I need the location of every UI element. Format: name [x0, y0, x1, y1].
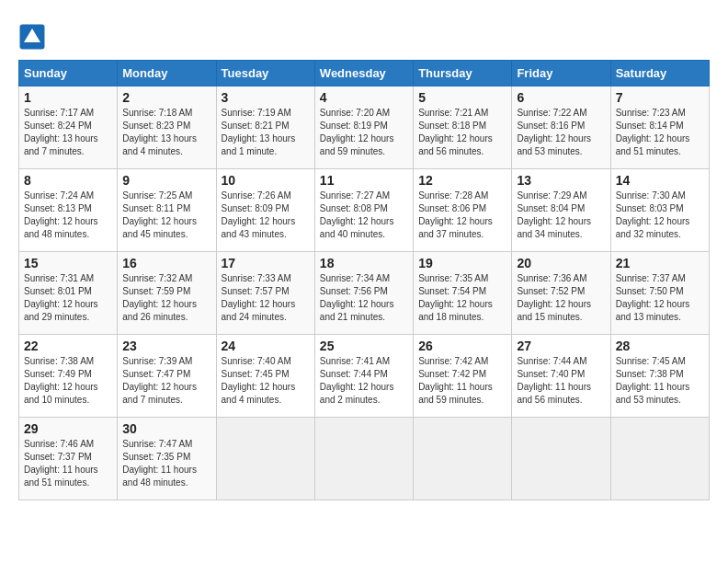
week-row-2: 8Sunrise: 7:24 AM Sunset: 8:13 PM Daylig…: [19, 169, 710, 252]
day-cell: [610, 418, 709, 500]
day-number: 13: [517, 173, 605, 188]
day-info: Sunrise: 7:28 AM Sunset: 8:06 PM Dayligh…: [418, 190, 506, 241]
day-cell: 12Sunrise: 7:28 AM Sunset: 8:06 PM Dayli…: [414, 169, 512, 252]
day-number: 12: [418, 173, 506, 188]
day-cell: 19Sunrise: 7:35 AM Sunset: 7:54 PM Dayli…: [414, 252, 512, 335]
day-info: Sunrise: 7:36 AM Sunset: 7:52 PM Dayligh…: [517, 272, 605, 324]
day-number: 28: [616, 339, 704, 353]
day-cell: 7Sunrise: 7:23 AM Sunset: 8:14 PM Daylig…: [610, 86, 709, 169]
day-number: 14: [616, 173, 704, 188]
day-number: 22: [24, 339, 112, 353]
day-cell: 1Sunrise: 7:17 AM Sunset: 8:24 PM Daylig…: [19, 86, 118, 169]
day-info: Sunrise: 7:46 AM Sunset: 7:37 PM Dayligh…: [24, 438, 112, 489]
day-info: Sunrise: 7:35 AM Sunset: 7:54 PM Dayligh…: [418, 272, 506, 324]
col-header-thursday: Thursday: [414, 61, 512, 86]
day-number: 24: [222, 339, 310, 353]
day-number: 26: [418, 339, 506, 353]
day-number: 2: [122, 90, 210, 105]
day-number: 27: [517, 339, 605, 353]
day-info: Sunrise: 7:33 AM Sunset: 7:57 PM Dayligh…: [222, 272, 310, 324]
day-info: Sunrise: 7:18 AM Sunset: 8:23 PM Dayligh…: [122, 107, 210, 158]
day-number: 25: [320, 339, 408, 353]
day-cell: 14Sunrise: 7:30 AM Sunset: 8:03 PM Dayli…: [610, 169, 709, 252]
day-info: Sunrise: 7:42 AM Sunset: 7:42 PM Dayligh…: [418, 355, 506, 407]
day-number: 11: [320, 173, 408, 188]
day-number: 23: [122, 339, 210, 353]
day-info: Sunrise: 7:40 AM Sunset: 7:45 PM Dayligh…: [222, 355, 310, 407]
day-info: Sunrise: 7:44 AM Sunset: 7:40 PM Dayligh…: [517, 355, 605, 407]
col-header-saturday: Saturday: [610, 61, 709, 86]
day-cell: 5Sunrise: 7:21 AM Sunset: 8:18 PM Daylig…: [414, 86, 512, 169]
day-number: 15: [24, 256, 112, 270]
day-cell: 9Sunrise: 7:25 AM Sunset: 8:11 PM Daylig…: [118, 169, 216, 252]
col-header-wednesday: Wednesday: [314, 61, 413, 86]
day-cell: 24Sunrise: 7:40 AM Sunset: 7:45 PM Dayli…: [216, 335, 314, 418]
week-row-3: 15Sunrise: 7:31 AM Sunset: 8:01 PM Dayli…: [19, 252, 710, 335]
day-number: 20: [517, 256, 605, 270]
day-info: Sunrise: 7:32 AM Sunset: 7:59 PM Dayligh…: [122, 272, 210, 324]
day-number: 3: [222, 90, 310, 105]
day-info: Sunrise: 7:17 AM Sunset: 8:24 PM Dayligh…: [24, 107, 112, 158]
day-number: 29: [24, 421, 112, 436]
day-number: 10: [222, 173, 310, 188]
day-info: Sunrise: 7:34 AM Sunset: 7:56 PM Dayligh…: [320, 272, 408, 324]
day-cell: 8Sunrise: 7:24 AM Sunset: 8:13 PM Daylig…: [19, 169, 118, 252]
day-cell: 20Sunrise: 7:36 AM Sunset: 7:52 PM Dayli…: [512, 252, 610, 335]
day-info: Sunrise: 7:24 AM Sunset: 8:13 PM Dayligh…: [24, 190, 112, 241]
week-row-1: 1Sunrise: 7:17 AM Sunset: 8:24 PM Daylig…: [19, 86, 710, 169]
day-cell: 11Sunrise: 7:27 AM Sunset: 8:08 PM Dayli…: [314, 169, 413, 252]
day-number: 4: [320, 90, 408, 105]
col-header-monday: Monday: [118, 61, 216, 86]
day-info: Sunrise: 7:19 AM Sunset: 8:21 PM Dayligh…: [222, 107, 310, 158]
day-number: 1: [24, 90, 112, 105]
day-cell: 4Sunrise: 7:20 AM Sunset: 8:19 PM Daylig…: [314, 86, 413, 169]
day-cell: 26Sunrise: 7:42 AM Sunset: 7:42 PM Dayli…: [414, 335, 512, 418]
day-info: Sunrise: 7:25 AM Sunset: 8:11 PM Dayligh…: [122, 190, 210, 241]
header-row: SundayMondayTuesdayWednesdayThursdayFrid…: [19, 61, 710, 86]
day-cell: 30Sunrise: 7:47 AM Sunset: 7:35 PM Dayli…: [118, 418, 216, 500]
logo-icon: [18, 23, 46, 51]
day-info: Sunrise: 7:41 AM Sunset: 7:44 PM Dayligh…: [320, 355, 408, 407]
week-row-5: 29Sunrise: 7:46 AM Sunset: 7:37 PM Dayli…: [19, 418, 710, 500]
day-info: Sunrise: 7:29 AM Sunset: 8:04 PM Dayligh…: [517, 190, 605, 241]
day-cell: 27Sunrise: 7:44 AM Sunset: 7:40 PM Dayli…: [512, 335, 610, 418]
col-header-friday: Friday: [512, 61, 610, 86]
col-header-tuesday: Tuesday: [216, 61, 314, 86]
day-info: Sunrise: 7:39 AM Sunset: 7:47 PM Dayligh…: [122, 355, 210, 407]
day-info: Sunrise: 7:30 AM Sunset: 8:03 PM Dayligh…: [616, 190, 704, 241]
day-number: 7: [616, 90, 704, 105]
day-number: 5: [418, 90, 506, 105]
day-number: 8: [24, 173, 112, 188]
day-cell: 23Sunrise: 7:39 AM Sunset: 7:47 PM Dayli…: [118, 335, 216, 418]
day-cell: 2Sunrise: 7:18 AM Sunset: 8:23 PM Daylig…: [118, 86, 216, 169]
day-number: 18: [320, 256, 408, 270]
day-info: Sunrise: 7:31 AM Sunset: 8:01 PM Dayligh…: [24, 272, 112, 324]
day-number: 6: [517, 90, 605, 105]
day-cell: 16Sunrise: 7:32 AM Sunset: 7:59 PM Dayli…: [118, 252, 216, 335]
day-cell: 29Sunrise: 7:46 AM Sunset: 7:37 PM Dayli…: [19, 418, 118, 500]
page-header: [18, 18, 710, 51]
day-cell: 28Sunrise: 7:45 AM Sunset: 7:38 PM Dayli…: [610, 335, 709, 418]
col-header-sunday: Sunday: [19, 61, 118, 86]
day-number: 17: [222, 256, 310, 270]
day-info: Sunrise: 7:22 AM Sunset: 8:16 PM Dayligh…: [517, 107, 605, 158]
day-cell: 25Sunrise: 7:41 AM Sunset: 7:44 PM Dayli…: [314, 335, 413, 418]
day-cell: [512, 418, 610, 500]
day-info: Sunrise: 7:26 AM Sunset: 8:09 PM Dayligh…: [222, 190, 310, 241]
day-cell: [414, 418, 512, 500]
day-info: Sunrise: 7:23 AM Sunset: 8:14 PM Dayligh…: [616, 107, 704, 158]
day-cell: 22Sunrise: 7:38 AM Sunset: 7:49 PM Dayli…: [19, 335, 118, 418]
day-info: Sunrise: 7:27 AM Sunset: 8:08 PM Dayligh…: [320, 190, 408, 241]
day-number: 21: [616, 256, 704, 270]
day-info: Sunrise: 7:38 AM Sunset: 7:49 PM Dayligh…: [24, 355, 112, 407]
day-cell: 15Sunrise: 7:31 AM Sunset: 8:01 PM Dayli…: [19, 252, 118, 335]
day-info: Sunrise: 7:21 AM Sunset: 8:18 PM Dayligh…: [418, 107, 506, 158]
day-number: 9: [122, 173, 210, 188]
day-cell: [314, 418, 413, 500]
day-cell: 13Sunrise: 7:29 AM Sunset: 8:04 PM Dayli…: [512, 169, 610, 252]
day-number: 19: [418, 256, 506, 270]
day-info: Sunrise: 7:45 AM Sunset: 7:38 PM Dayligh…: [616, 355, 704, 407]
day-cell: 17Sunrise: 7:33 AM Sunset: 7:57 PM Dayli…: [216, 252, 314, 335]
day-cell: 18Sunrise: 7:34 AM Sunset: 7:56 PM Dayli…: [314, 252, 413, 335]
logo: [18, 23, 50, 51]
